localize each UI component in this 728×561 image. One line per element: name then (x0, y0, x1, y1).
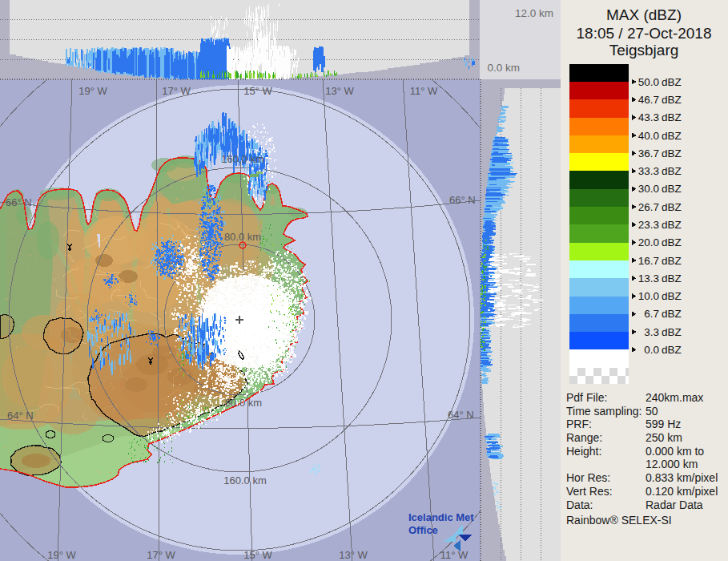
svg-text:Data:: Data: (566, 498, 593, 511)
svg-text:23.3: 23.3 (638, 219, 659, 231)
svg-text:15° W: 15° W (243, 549, 272, 561)
svg-text:Pdf File:: Pdf File: (566, 391, 607, 404)
svg-text:dBZ: dBZ (662, 344, 682, 356)
svg-text:80.0 km: 80.0 km (224, 231, 261, 243)
svg-text:599 Hz: 599 Hz (646, 418, 681, 430)
svg-text:Height:: Height: (566, 445, 601, 458)
svg-text:dBZ: dBZ (662, 308, 682, 320)
svg-text:Office: Office (408, 524, 438, 536)
svg-text:Rainbow® SELEX-SI: Rainbow® SELEX-SI (566, 514, 672, 527)
svg-text:0.0 km: 0.0 km (487, 62, 520, 74)
svg-text:64° N: 64° N (448, 409, 474, 421)
svg-text:66° N: 66° N (449, 194, 476, 206)
svg-text:19° W: 19° W (78, 85, 107, 97)
svg-text:33.3: 33.3 (638, 165, 659, 177)
svg-text:0.000 km to: 0.000 km to (646, 445, 704, 458)
svg-text:19° W: 19° W (47, 549, 76, 561)
svg-text:dBZ: dBZ (662, 183, 682, 195)
svg-text:40.0: 40.0 (638, 130, 659, 142)
svg-text:17° W: 17° W (147, 549, 175, 561)
svg-text:PRF:: PRF: (566, 418, 592, 430)
svg-text:MAX (dBZ): MAX (dBZ) (606, 6, 682, 23)
svg-text:250 km: 250 km (646, 431, 682, 444)
svg-text:dBZ: dBZ (662, 130, 682, 142)
svg-text:13° W: 13° W (339, 549, 368, 561)
svg-text:dBZ: dBZ (662, 236, 682, 248)
svg-text:dBZ: dBZ (662, 147, 682, 159)
svg-text:16.7: 16.7 (638, 255, 659, 267)
svg-text:dBZ: dBZ (662, 255, 682, 267)
svg-text:10.0: 10.0 (638, 290, 659, 302)
svg-text:66° N: 66° N (6, 196, 32, 208)
svg-text:240km.max: 240km.max (646, 391, 703, 404)
svg-text:dBZ: dBZ (662, 290, 682, 302)
svg-text:dBZ: dBZ (662, 76, 682, 88)
svg-text:dBZ: dBZ (662, 111, 682, 123)
svg-text:6.7: 6.7 (644, 308, 659, 320)
svg-text:64° N: 64° N (7, 410, 34, 422)
svg-text:18:05 / 27-Oct-2018: 18:05 / 27-Oct-2018 (577, 25, 712, 42)
svg-text:dBZ: dBZ (662, 326, 682, 338)
svg-text:Time sampling:: Time sampling: (566, 405, 642, 418)
svg-text:Teigsbjarg: Teigsbjarg (609, 42, 679, 59)
svg-text:dBZ: dBZ (662, 201, 682, 213)
svg-text:dBZ: dBZ (662, 165, 682, 177)
svg-text:11° W: 11° W (440, 549, 469, 561)
svg-text:160.0 km: 160.0 km (223, 474, 266, 486)
svg-text:50.0: 50.0 (638, 76, 659, 88)
svg-text:12.0 km: 12.0 km (515, 7, 553, 19)
svg-text:Vert Res:: Vert Res: (566, 485, 613, 498)
svg-text:Hor Res:: Hor Res: (566, 471, 610, 484)
svg-text:13.3: 13.3 (638, 272, 659, 285)
svg-text:3.3: 3.3 (644, 326, 659, 338)
svg-text:15° W: 15° W (243, 85, 272, 97)
svg-text:12.000 km: 12.000 km (646, 458, 698, 470)
svg-text:26.7: 26.7 (638, 201, 659, 213)
svg-text:13° W: 13° W (325, 85, 354, 97)
svg-text:11° W: 11° W (410, 85, 438, 97)
svg-text:46.7: 46.7 (638, 94, 659, 106)
svg-text:dBZ: dBZ (662, 272, 682, 285)
svg-text:dBZ: dBZ (662, 219, 682, 231)
svg-text:17° W: 17° W (162, 85, 191, 97)
svg-text:dBZ: dBZ (662, 94, 682, 106)
svg-text:160.0 km: 160.0 km (221, 153, 263, 165)
svg-text:36.7: 36.7 (638, 147, 659, 159)
svg-text:0.0: 0.0 (644, 344, 659, 356)
svg-text:Range:: Range: (566, 431, 602, 444)
svg-text:20.0: 20.0 (638, 236, 659, 248)
svg-text:30.0: 30.0 (638, 183, 659, 195)
svg-text:50: 50 (646, 405, 658, 418)
svg-text:0.833 km/pixel: 0.833 km/pixel (646, 471, 718, 484)
svg-text:Icelandic Met: Icelandic Met (408, 511, 474, 523)
svg-text:0.120 km/pixel: 0.120 km/pixel (646, 485, 718, 498)
svg-text:Radar Data: Radar Data (646, 498, 703, 511)
svg-text:43.3: 43.3 (638, 111, 659, 123)
svg-text:80.0 km: 80.0 km (225, 397, 262, 409)
